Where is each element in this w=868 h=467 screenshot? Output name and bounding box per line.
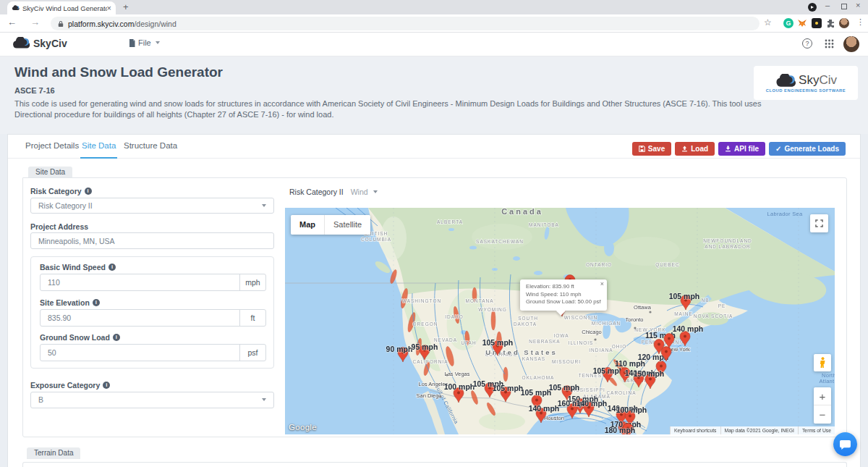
apps-grid-icon[interactable]: [825, 39, 834, 49]
map-layer-label: Wind: [351, 188, 368, 196]
back-icon[interactable]: ←: [7, 17, 17, 28]
info-icon[interactable]: i: [93, 299, 100, 306]
pegman-icon: [820, 357, 826, 369]
map-region-label: ILLINOIS: [569, 340, 594, 345]
browser-profile-avatar[interactable]: [839, 18, 849, 28]
skyciv-logo-panel: SkyCiv CLOUD ENGINEERING SOFTWARE: [754, 66, 858, 100]
map-region-label: NOVA SCOTIA: [694, 314, 733, 319]
map-region-label: KANSAS: [522, 356, 545, 361]
map-fullscreen-button[interactable]: [810, 214, 828, 232]
map-risk-label: Risk Category II: [289, 188, 344, 196]
map-region-label: SASKATCHEWAN: [476, 239, 524, 244]
map-region-label: WASHINGTON: [402, 298, 441, 303]
page-title: Wind and Snow Load Generator: [14, 64, 223, 80]
forward-icon[interactable]: →: [30, 17, 40, 28]
info-icon[interactable]: i: [85, 188, 92, 195]
city-dot: [439, 395, 441, 397]
info-icon[interactable]: i: [113, 334, 120, 341]
city-dot: [649, 311, 651, 313]
page-description-line2: Directional procedure for buildings of a…: [14, 110, 333, 119]
main-card: Project Details Site Data Structure Data…: [7, 134, 861, 467]
map-layer-selector[interactable]: Risk Category II Wind: [289, 188, 378, 196]
site-elevation-input[interactable]: [41, 310, 239, 326]
map-region-label: PE: [718, 303, 726, 308]
map-marker-label: 180 mph: [605, 426, 636, 434]
skyciv-brand[interactable]: SkyCiv: [12, 37, 67, 49]
new-tab-button[interactable]: +: [123, 1, 129, 12]
tab-close-icon[interactable]: ×: [107, 4, 111, 12]
help-icon[interactable]: ?: [802, 38, 812, 49]
map-region-label: CALIFORNIA: [412, 359, 448, 364]
map-type-map-button[interactable]: Map: [291, 215, 324, 235]
map-type-control: Map Satellite: [291, 215, 370, 235]
map-marker-label: 140 mph: [529, 404, 560, 413]
map-city-label: Toronto: [625, 316, 643, 323]
basic-wind-speed-unit: mph: [239, 274, 265, 290]
tooltip-wind-speed: Wind Speed: 110 mph: [526, 291, 601, 299]
metamask-extension-icon[interactable]: [797, 18, 807, 28]
wind-map[interactable]: BRITISHCOLUMBIAALBERTASASKATCHEWANMANITO…: [285, 208, 835, 434]
terms-of-use-link[interactable]: Terms of Use: [798, 426, 835, 434]
map-marker-label: 100 mph: [444, 382, 475, 391]
chat-icon: [840, 439, 851, 450]
upload-icon: [681, 146, 688, 152]
browser-tab-strip: SkyCiv Wind Load Generato × + – ×: [0, 0, 868, 14]
map-marker-label: 140 mph: [673, 324, 704, 333]
brand-text: SkyCiv: [33, 38, 67, 49]
save-button[interactable]: Save: [632, 142, 671, 156]
bookmark-star-icon[interactable]: ☆: [764, 17, 772, 28]
info-window-close-icon[interactable]: ×: [600, 280, 604, 287]
tab-site-data[interactable]: Site Data: [80, 135, 117, 159]
zoom-in-button[interactable]: +: [814, 387, 831, 405]
tab-structure-data[interactable]: Structure Data: [122, 135, 179, 159]
map-region-label: NEVADA: [434, 337, 457, 342]
ground-snow-load-label: Ground Snow Loadi: [40, 333, 120, 342]
browser-menu-icon[interactable]: ⋮: [856, 17, 864, 27]
media-control-icon[interactable]: [808, 3, 817, 12]
map-attribution: Keyboard shortcuts Map data ©2021 Google…: [670, 426, 835, 434]
street-view-pegman-button[interactable]: [814, 354, 831, 371]
map-region-label: OREGON: [413, 321, 438, 327]
site-data-panel: Risk Categoryi Risk Category II Project …: [22, 177, 847, 437]
map-region-label: INDIANA: [589, 348, 613, 353]
map-marker-label: 100 mph: [616, 405, 647, 414]
ground-snow-load-unit: psf: [239, 345, 265, 361]
ground-snow-load-input[interactable]: [41, 345, 239, 361]
window-restore-button[interactable]: [841, 4, 847, 9]
tab-project-details[interactable]: Project Details: [24, 135, 80, 159]
chat-launcher-button[interactable]: [833, 432, 857, 456]
map-region-label: MICHIGAN: [592, 321, 621, 326]
info-icon[interactable]: i: [103, 382, 110, 389]
api-file-button[interactable]: API file: [718, 142, 765, 156]
exposure-category-select[interactable]: B: [30, 392, 274, 408]
map-type-satellite-button[interactable]: Satellite: [324, 215, 370, 235]
file-menu[interactable]: File: [129, 38, 160, 47]
window-close-button[interactable]: ×: [856, 1, 860, 9]
map-marker-label: 150 mph: [634, 369, 665, 378]
extensions-puzzle-icon[interactable]: [825, 18, 835, 28]
map-marker-label: 95 mph: [412, 342, 438, 351]
basic-wind-speed-input[interactable]: [41, 274, 239, 290]
load-button[interactable]: Load: [675, 142, 715, 156]
window-minimize-button[interactable]: –: [825, 1, 830, 9]
project-address-input[interactable]: [30, 232, 274, 249]
check-icon: ✓: [775, 145, 781, 153]
generate-loads-button[interactable]: ✓Generate Loads: [769, 142, 846, 156]
grammarly-extension-icon[interactable]: G: [783, 18, 793, 28]
city-dot: [634, 327, 636, 329]
keyboard-shortcuts-link[interactable]: Keyboard shortcuts: [670, 426, 720, 434]
risk-category-select[interactable]: Risk Category II: [30, 198, 274, 214]
map-water-label: Atlantic: [820, 378, 835, 384]
zoom-out-button[interactable]: −: [814, 405, 831, 424]
basic-wind-speed-group: mph: [40, 274, 266, 291]
terrain-data-section-tab: Terrain Data: [27, 447, 80, 459]
user-avatar[interactable]: [843, 36, 859, 52]
map-region-label: ALBERTA: [437, 219, 463, 224]
dark-extension-icon[interactable]: [812, 18, 822, 28]
info-icon[interactable]: i: [109, 264, 116, 271]
map-water-label: Labrador Sea: [767, 211, 803, 217]
url-bar[interactable]: platform.skyciv.com/design/wind: [51, 17, 760, 30]
browser-tab[interactable]: SkyCiv Wind Load Generato ×: [7, 1, 116, 14]
map-city-label: Houston: [544, 415, 564, 421]
skyciv-favicon: [12, 5, 20, 11]
